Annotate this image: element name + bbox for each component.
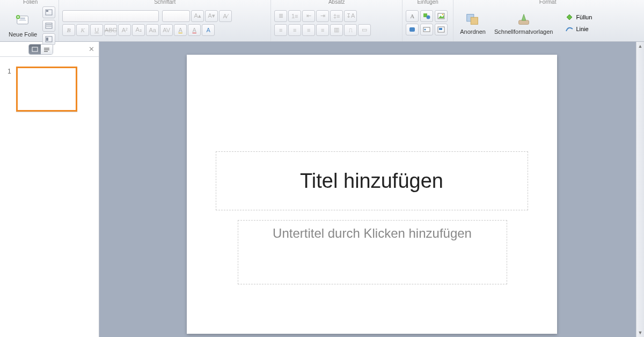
text-effect-button[interactable]: A — [202, 24, 215, 36]
insert-shape-button[interactable] — [406, 24, 419, 35]
slide[interactable]: Titel hinzufügen Untertitel durch Klicke… — [187, 55, 557, 334]
shapes-button[interactable] — [420, 10, 433, 22]
chevron-up-icon: ▲ — [638, 43, 643, 49]
slide-thumbnail[interactable]: 1 — [16, 67, 91, 112]
align-center-icon: ≡ — [293, 27, 296, 33]
layout-button[interactable] — [42, 6, 55, 18]
scroll-down-button[interactable]: ▼ — [636, 328, 644, 337]
text-box-icon: A — [410, 13, 414, 19]
slide-canvas[interactable]: Titel hinzufügen Untertitel durch Klicke… — [99, 42, 644, 337]
fill-icon — [565, 13, 574, 21]
shapes-icon — [423, 13, 430, 19]
align-right-icon: ≡ — [307, 27, 310, 33]
subtitle-placeholder[interactable]: Untertitel durch Klicken hinzufügen — [238, 220, 507, 284]
bullets-icon: ≣ — [279, 12, 283, 19]
close-panel-button[interactable]: ✕ — [89, 45, 94, 53]
schnellformat-button[interactable]: Schnellformatvorlagen — [491, 9, 556, 37]
change-case-button[interactable]: Aa — [146, 24, 159, 36]
columns-icon: ▥ — [334, 26, 339, 33]
char-spacing-button[interactable]: AV — [160, 24, 173, 36]
media-icon — [423, 26, 430, 33]
align-right-button[interactable]: ≡ — [302, 24, 315, 36]
ribbon-label-schriftart: Schriftart — [59, 0, 270, 5]
thumbnail-list: 1 — [0, 57, 99, 121]
anordnen-label: Anordnen — [460, 28, 486, 35]
outdent-icon: ⇤ — [306, 12, 311, 19]
slide-panel-tabs: ✕ — [0, 42, 99, 57]
indent-button[interactable]: ⇥ — [316, 10, 329, 22]
smartart-button[interactable]: ▭ — [358, 24, 371, 36]
svg-rect-5 — [46, 10, 48, 12]
fill-button[interactable]: Füllun — [565, 13, 592, 21]
text-box-button[interactable]: A — [406, 10, 419, 22]
picture-icon — [437, 13, 445, 19]
number-list-button[interactable]: 1≡ — [288, 10, 301, 22]
highlight-icon: A — [179, 27, 182, 33]
align-left-button[interactable]: ≡ — [274, 24, 287, 36]
svg-rect-8 — [46, 26, 52, 26]
new-slide-icon — [15, 14, 31, 30]
text-direction-button[interactable]: ↧A — [344, 10, 357, 22]
clear-format-button[interactable]: A⁄ — [219, 10, 232, 22]
new-slide-label: Neue Folie — [9, 31, 37, 38]
insert-object-button[interactable] — [435, 24, 448, 35]
ribbon-label-format: Format — [453, 0, 642, 5]
grow-font-button[interactable]: A▴ — [191, 10, 204, 22]
text-direction-icon: ↧A — [346, 12, 355, 19]
align-text-button[interactable]: ⎍ — [344, 24, 357, 36]
anordnen-button[interactable]: Anordnen — [457, 9, 489, 37]
slide-panel: ✕ 1 — [0, 42, 99, 337]
strike-button[interactable]: ABC — [104, 24, 117, 36]
subtitle-placeholder-text: Untertitel durch Klicken hinzufügen — [273, 226, 472, 240]
align-center-button[interactable]: ≡ — [288, 24, 301, 36]
font-size-input[interactable] — [162, 10, 190, 22]
svg-rect-25 — [44, 48, 49, 49]
align-justify-button[interactable]: ≡ — [316, 24, 329, 36]
new-slide-button[interactable]: Neue Folie — [5, 12, 40, 40]
columns-button[interactable]: ▥ — [330, 24, 343, 36]
bold-button[interactable]: B — [62, 24, 75, 36]
ribbon-label-absatz: Absatz — [271, 0, 402, 5]
title-placeholder[interactable]: Titel hinzufügen — [216, 151, 528, 210]
picture-button[interactable] — [435, 10, 448, 22]
line-spacing-button[interactable]: ‡≡ — [330, 10, 343, 22]
fill-label: Füllun — [576, 14, 592, 20]
svg-point-15 — [442, 14, 444, 16]
subscript-button[interactable]: A₂ — [132, 24, 145, 36]
eraser-icon: A⁄ — [223, 13, 228, 19]
ribbon-group-absatz: Absatz ≣ 1≡ ⇤ ⇥ ‡≡ ↧A ≡ ≡ ≡ ≡ ▥ ⎍ — [271, 0, 402, 41]
thumbnails-icon — [32, 47, 38, 52]
title-placeholder-text: Titel hinzufügen — [300, 170, 443, 193]
svg-rect-23 — [518, 20, 529, 24]
chevron-down-icon: ▼ — [638, 330, 643, 335]
underline-button[interactable]: U — [90, 24, 103, 36]
font-color-button[interactable]: A — [188, 24, 201, 36]
align-text-icon: ⎍ — [349, 27, 353, 33]
smartart-icon: ▭ — [362, 26, 367, 33]
superscript-button[interactable]: A² — [118, 24, 131, 36]
indent-icon: ⇥ — [320, 12, 325, 19]
font-name-input[interactable] — [62, 10, 159, 22]
insert-media-button[interactable] — [420, 24, 433, 35]
outline-tab[interactable] — [41, 45, 53, 54]
svg-rect-2 — [19, 20, 26, 20]
line-button[interactable]: Linie — [565, 25, 592, 33]
shrink-font-button[interactable]: A▾ — [205, 10, 218, 22]
svg-rect-10 — [46, 38, 48, 41]
italic-button[interactable]: K — [76, 24, 89, 36]
vertical-scrollbar[interactable]: ▲ ▼ — [636, 42, 644, 337]
ribbon-label-einfugen: Einfügen — [402, 0, 453, 5]
quickstyles-icon — [516, 11, 532, 27]
svg-rect-24 — [32, 47, 38, 52]
scroll-up-button[interactable]: ▲ — [636, 42, 644, 50]
svg-rect-26 — [44, 49, 49, 50]
reset-button[interactable] — [42, 20, 55, 32]
svg-rect-22 — [471, 17, 478, 24]
outdent-button[interactable]: ⇤ — [302, 10, 315, 22]
line-spacing-icon: ‡≡ — [333, 13, 340, 19]
thumbnails-tab[interactable] — [29, 45, 41, 54]
bullet-list-button[interactable]: ≣ — [274, 10, 287, 22]
highlight-button[interactable]: A — [174, 24, 187, 36]
close-icon: ✕ — [89, 45, 94, 53]
ribbon: Folien Neue Folie Schrif — [0, 0, 644, 42]
